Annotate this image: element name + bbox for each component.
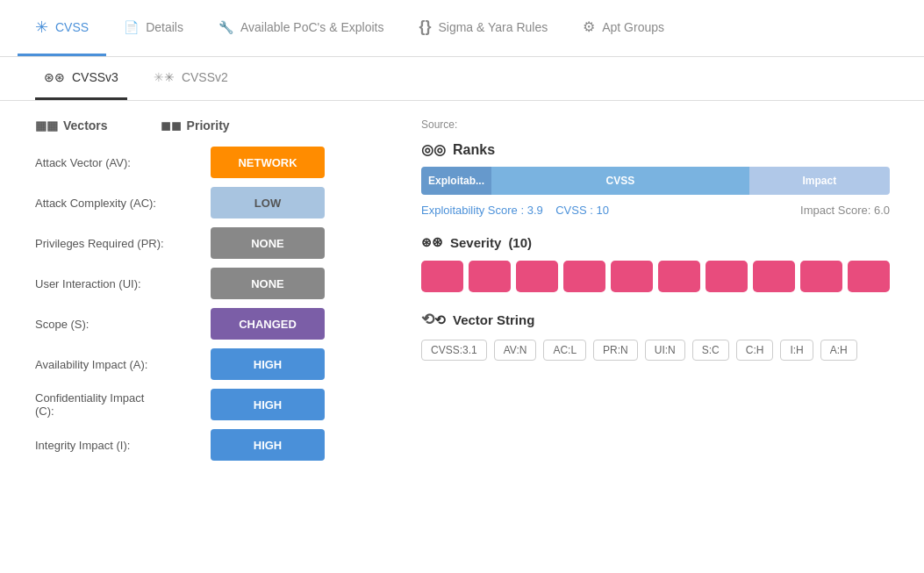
severity-dot-10 xyxy=(848,261,890,292)
sub-tab-bar: ⊛ CVSSv3 ✳ CVSSv2 xyxy=(0,57,924,101)
nav-sigma[interactable]: Sigma & Yara Rules xyxy=(401,0,565,56)
user-interaction-label: User Interaction (UI): xyxy=(35,277,211,290)
confidentiality-impact-btn[interactable]: HIGH xyxy=(211,389,325,420)
bar-exploitability-label: Exploitab... xyxy=(428,175,484,187)
tab-cvssv3-label: CVSSv3 xyxy=(72,70,118,84)
row-integrity-impact: Integrity Impact (I): HIGH xyxy=(35,429,386,461)
details-icon xyxy=(124,18,139,36)
impact-score-text: Impact Score: 6.0 xyxy=(800,204,890,217)
severity-icon: ⊛ xyxy=(421,234,443,250)
vector-tag-cvss31: CVSS:3.1 xyxy=(421,340,487,361)
cvssv3-icon: ⊛ xyxy=(44,70,65,84)
left-panel: ▦ Vectors ◼ Priority Attack Vector (AV):… xyxy=(35,118,386,469)
nav-exploits[interactable]: Available PoC's & Exploits xyxy=(201,0,402,56)
ranks-title-text: Ranks xyxy=(453,142,495,158)
bar-cvss-label: CVSS xyxy=(606,175,635,187)
severity-dot-6 xyxy=(658,261,700,292)
severity-dot-7 xyxy=(706,261,748,292)
severity-dot-5 xyxy=(611,261,653,292)
severity-count: (10) xyxy=(508,235,532,250)
privileges-required-label: Privileges Required (PR): xyxy=(35,237,211,250)
severity-dots xyxy=(421,261,890,292)
severity-dot-3 xyxy=(516,261,558,292)
vector-string-title-text: Vector String xyxy=(453,312,534,327)
integrity-impact-label: Integrity Impact (I): xyxy=(35,439,211,452)
nav-details[interactable]: Details xyxy=(106,0,201,56)
severity-dot-1 xyxy=(421,261,463,292)
severity-section-title: ⊛ Severity (10) xyxy=(421,234,890,250)
nav-apt-label: Apt Groups xyxy=(602,20,664,34)
attack-complexity-label: Attack Complexity (AC): xyxy=(35,197,211,210)
cvss-icon xyxy=(35,18,48,37)
nav-details-label: Details xyxy=(146,20,183,34)
cvssv2-icon: ✳ xyxy=(154,70,175,84)
vectors-icon: ▦ xyxy=(35,118,58,133)
ranks-bar: Exploitab... CVSS Impact xyxy=(421,167,890,195)
scope-label: Scope (S): xyxy=(35,318,211,331)
severity-dot-2 xyxy=(469,261,511,292)
main-content: ▦ Vectors ◼ Priority Attack Vector (AV):… xyxy=(0,101,924,487)
vector-tag-pr: PR:N xyxy=(593,340,638,361)
cvss-score-text: CVSS : 10 xyxy=(555,204,609,217)
priority-label-text: Priority xyxy=(187,118,230,133)
vector-tag-ac: AC:L xyxy=(543,340,586,361)
exploitability-score-text: Exploitability Score : 3.9 xyxy=(421,204,543,217)
nav-apt[interactable]: Apt Groups xyxy=(565,0,682,56)
tab-cvssv3[interactable]: ⊛ CVSSv3 xyxy=(35,57,127,100)
row-attack-complexity: Attack Complexity (AC): LOW xyxy=(35,187,386,218)
attack-vector-label: Attack Vector (AV): xyxy=(35,156,211,169)
confidentiality-impact-label: Confidentiality Impact(C): xyxy=(35,391,211,418)
severity-dot-4 xyxy=(563,261,605,292)
privileges-required-btn[interactable]: NONE xyxy=(211,227,325,259)
vector-tag-ah: A:H xyxy=(820,340,857,361)
top-navigation: CVSS Details Available PoC's & Exploits … xyxy=(0,0,924,57)
vector-tag-ch: C:H xyxy=(736,340,774,361)
vector-tags: CVSS:3.1 AV:N AC:L PR:N UI:N S:C C:H I:H… xyxy=(421,340,890,361)
nav-exploits-label: Available PoC's & Exploits xyxy=(240,20,384,34)
vector-string-section-title: ⟲ Vector String xyxy=(421,310,890,329)
scope-btn[interactable]: CHANGED xyxy=(211,308,325,340)
vector-tag-av: AV:N xyxy=(494,340,537,361)
bar-impact-label: Impact xyxy=(803,175,837,187)
vector-string-icon: ⟲ xyxy=(421,310,446,329)
attack-vector-btn[interactable]: NETWORK xyxy=(211,147,325,178)
vectors-label-text: Vectors xyxy=(63,118,108,133)
severity-dot-8 xyxy=(753,261,795,292)
bar-exploitability: Exploitab... xyxy=(421,167,491,195)
bar-impact: Impact xyxy=(749,167,890,195)
nav-cvss[interactable]: CVSS xyxy=(18,0,106,56)
vector-tag-ui: UI:N xyxy=(645,340,685,361)
integrity-impact-btn[interactable]: HIGH xyxy=(211,429,325,461)
tab-cvssv2-label: CVSSv2 xyxy=(182,70,228,84)
severity-dot-9 xyxy=(800,261,842,292)
priority-icon: ◼ xyxy=(161,118,182,133)
vector-tag-ih: I:H xyxy=(780,340,813,361)
ranks-icon: ◎ xyxy=(421,141,446,158)
severity-title-text: Severity xyxy=(450,235,501,250)
vectors-header: ▦ Vectors xyxy=(35,118,108,133)
source-label: Source: xyxy=(421,118,890,131)
ranks-section-title: ◎ Ranks xyxy=(421,141,890,158)
right-panel: Source: ◎ Ranks Exploitab... CVSS Impact… xyxy=(421,118,890,469)
attack-complexity-btn[interactable]: LOW xyxy=(211,187,325,218)
sigma-icon xyxy=(419,18,431,36)
priority-header: ◼ Priority xyxy=(161,118,230,133)
nav-cvss-label: CVSS xyxy=(55,20,89,34)
apt-icon xyxy=(583,18,595,36)
tab-cvssv2[interactable]: ✳ CVSSv2 xyxy=(145,57,237,100)
availability-impact-btn[interactable]: HIGH xyxy=(211,348,325,380)
row-scope: Scope (S): CHANGED xyxy=(35,308,386,340)
bar-cvss: CVSS xyxy=(491,167,749,195)
row-confidentiality-impact: Confidentiality Impact(C): HIGH xyxy=(35,389,386,420)
vector-tag-sc: S:C xyxy=(692,340,729,361)
row-privileges-required: Privileges Required (PR): NONE xyxy=(35,227,386,259)
nav-sigma-label: Sigma & Yara Rules xyxy=(438,20,548,34)
scores-row: Exploitability Score : 3.9 CVSS : 10 Imp… xyxy=(421,204,890,217)
row-availability-impact: Availability Impact (A): HIGH xyxy=(35,348,386,380)
availability-impact-label: Availability Impact (A): xyxy=(35,358,211,371)
panel-header: ▦ Vectors ◼ Priority xyxy=(35,118,386,133)
exploitability-cvss-score: Exploitability Score : 3.9 CVSS : 10 xyxy=(421,204,609,217)
user-interaction-btn[interactable]: NONE xyxy=(211,268,325,299)
row-user-interaction: User Interaction (UI): NONE xyxy=(35,268,386,299)
row-attack-vector: Attack Vector (AV): NETWORK xyxy=(35,147,386,178)
